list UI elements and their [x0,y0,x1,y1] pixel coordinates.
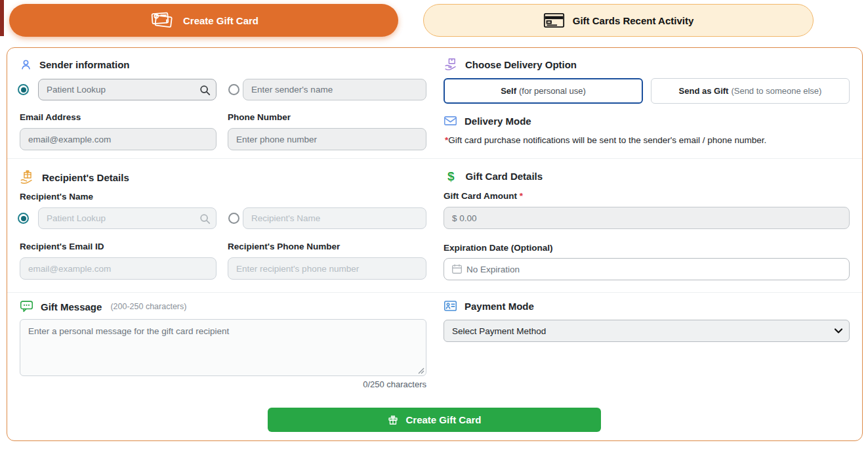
gift-message-header: Gift Message (200-250 characters) [20,300,186,313]
recipient-section-header: Recipient's Details [20,170,129,184]
expiration-date-input[interactable] [444,258,850,280]
search-icon[interactable] [199,213,211,224]
recipient-manual-name-radio[interactable] [228,213,239,224]
recipient-email-label: Recipient's Email ID [20,242,104,251]
recipient-name-label: Recipient's Name [20,192,93,202]
credit-card-icon [543,12,565,29]
gift-message-title: Gift Message [41,301,102,312]
tab-recent-label: Gift Cards Recent Activity [573,15,694,26]
chat-bubble-icon [20,300,33,313]
note-text: Gift card purchase notifications will be… [448,135,766,145]
payment-mode-title: Payment Mode [465,301,534,312]
section-divider [7,292,862,293]
sender-section-title: Sender information [39,59,130,70]
calendar-icon[interactable] [451,263,463,274]
expiration-date-label: Expiration Date (Optional) [444,243,553,253]
create-gift-card-label: Create Gift Card [405,414,481,425]
gift-message-hint: (200-250 characters) [110,302,186,311]
resize-handle[interactable] [418,368,424,374]
gift-cards-icon [149,11,175,30]
gift-hand-icon [20,170,35,184]
hand-box-icon [444,58,458,72]
delivery-option-header: Choose Delivery Option [444,58,577,72]
create-gift-card-button[interactable]: Create Gift Card [268,408,601,432]
delivery-mode-title: Delivery Mode [465,116,531,127]
sender-email-input[interactable] [20,128,217,150]
id-card-icon [444,300,457,312]
delivery-option-title: Choose Delivery Option [465,59,577,70]
sender-phone-input[interactable] [228,128,426,150]
envelope-icon [444,115,457,127]
sender-email-label: Email Address [20,112,81,122]
delivery-gift-sub: (Send to someone else) [731,86,821,96]
gift-card-details-title: Gift Card Details [466,171,543,182]
recipient-phone-input[interactable] [228,257,426,280]
recipient-name-input[interactable] [243,207,426,229]
person-icon [20,58,32,71]
tab-recent-activity[interactable]: Gift Cards Recent Activity [423,4,814,37]
delivery-self-sub: (for personal use) [519,86,586,96]
gift-message-textarea[interactable] [20,319,426,376]
gift-card-form-panel [7,47,863,441]
recipient-phone-label: Recipient's Phone Number [228,242,340,251]
gift-card-details-header: $ Gift Card Details [447,170,543,182]
gift-card-amount-label: Gift Card Amount * [444,191,523,201]
delivery-self-button[interactable]: Self (for personal use) [444,78,643,104]
left-edge-marker [0,0,4,36]
amount-label-text: Gift Card Amount [444,191,517,201]
tab-create-gift-card[interactable]: Create Gift Card [9,4,398,37]
sender-section-header: Sender information [20,58,130,71]
sender-patient-lookup-radio[interactable] [18,84,29,95]
delivery-mode-note: *Gift card purchase notifications will b… [445,135,852,145]
delivery-mode-header: Delivery Mode [444,115,531,127]
recipient-patient-lookup-input[interactable] [38,207,217,229]
recipient-patient-lookup-radio[interactable] [18,213,29,224]
dollar-icon: $ [447,170,455,182]
payment-mode-header: Payment Mode [444,300,534,312]
search-icon[interactable] [199,84,211,96]
character-counter: 0/250 characters [295,379,426,389]
sender-patient-lookup-input[interactable] [38,79,217,100]
recipient-email-input[interactable] [20,257,217,280]
delivery-self-main: Self [501,86,516,96]
sender-manual-name-radio[interactable] [228,84,239,95]
recipient-section-title: Recipient's Details [42,172,129,183]
sender-name-input[interactable] [243,79,426,100]
sender-phone-label: Phone Number [228,112,291,122]
tab-create-label: Create Gift Card [183,15,258,26]
delivery-gift-main: Send as Gift [679,86,729,96]
gift-icon [387,414,399,426]
delivery-gift-button[interactable]: Send as Gift (Send to someone else) [651,78,850,104]
gift-card-page: Create Gift Card Gift Cards Recent Activ… [0,0,868,449]
payment-method-select[interactable]: Select Payment Method [444,320,850,342]
required-asterisk: * [520,191,523,201]
gift-card-amount-input[interactable] [444,207,850,229]
section-divider [7,158,862,159]
